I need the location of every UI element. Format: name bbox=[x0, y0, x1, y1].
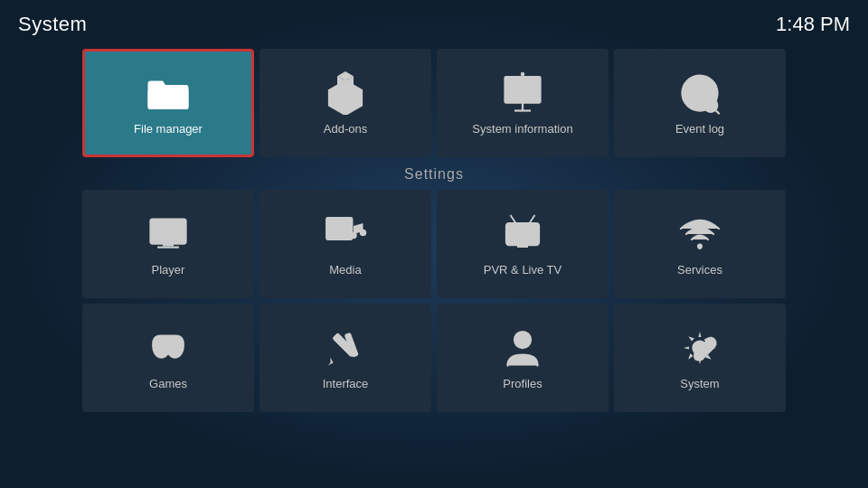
svg-rect-28 bbox=[517, 245, 528, 248]
system-icon bbox=[678, 326, 722, 370]
tile-services[interactable]: Services bbox=[614, 190, 786, 298]
tile-media[interactable]: Media bbox=[259, 190, 431, 298]
tile-pvr-live-tv[interactable]: PVR & Live TV bbox=[437, 190, 609, 298]
svg-point-40 bbox=[514, 332, 531, 348]
settings-row-2: Games Interface Profiles bbox=[0, 304, 868, 412]
tile-games[interactable]: Games bbox=[82, 304, 254, 412]
svg-point-8 bbox=[521, 71, 525, 76]
settings-row-1: Player Media bbox=[0, 190, 868, 298]
svg-point-34 bbox=[177, 345, 182, 350]
clock: 1:48 PM bbox=[776, 13, 850, 36]
tile-services-label: Services bbox=[677, 263, 722, 277]
tile-profiles[interactable]: Profiles bbox=[437, 304, 609, 412]
tile-add-ons[interactable]: Add-ons bbox=[259, 49, 431, 157]
tile-file-manager-label: File manager bbox=[134, 122, 203, 136]
tile-add-ons-label: Add-ons bbox=[324, 122, 367, 136]
svg-marker-38 bbox=[328, 357, 334, 365]
tile-system[interactable]: System bbox=[614, 304, 786, 412]
svg-rect-18 bbox=[157, 246, 179, 248]
games-icon bbox=[146, 326, 190, 370]
tile-player[interactable]: Player bbox=[82, 190, 254, 298]
svg-point-33 bbox=[173, 342, 177, 346]
svg-line-26 bbox=[511, 215, 516, 223]
event-log-icon bbox=[678, 71, 722, 115]
tile-system-label: System bbox=[680, 377, 719, 390]
profiles-icon bbox=[501, 326, 544, 370]
tile-interface-label: Interface bbox=[323, 377, 369, 390]
tile-event-log-label: Event log bbox=[675, 122, 724, 136]
svg-line-27 bbox=[530, 215, 535, 223]
svg-point-29 bbox=[521, 231, 525, 236]
svg-rect-4 bbox=[527, 82, 533, 99]
svg-point-21 bbox=[342, 221, 347, 227]
pvr-icon bbox=[501, 212, 544, 256]
page-title: System bbox=[18, 13, 87, 36]
tile-player-label: Player bbox=[152, 263, 185, 277]
tile-games-label: Games bbox=[149, 377, 187, 390]
svg-point-23 bbox=[360, 229, 367, 236]
services-icon bbox=[678, 212, 722, 256]
tile-event-log[interactable]: Event log bbox=[614, 49, 786, 157]
svg-line-13 bbox=[715, 109, 720, 114]
header: System 1:48 PM bbox=[0, 0, 868, 43]
svg-point-22 bbox=[350, 231, 357, 239]
tile-media-label: Media bbox=[329, 263, 361, 277]
settings-section-label: Settings bbox=[0, 166, 868, 183]
tile-file-manager[interactable]: File manager bbox=[82, 49, 254, 157]
tile-system-information-label: System information bbox=[472, 122, 572, 136]
folder-icon bbox=[146, 71, 190, 115]
svg-point-30 bbox=[697, 243, 703, 249]
svg-point-14 bbox=[707, 101, 715, 109]
interface-icon bbox=[324, 326, 367, 370]
tile-profiles-label: Profiles bbox=[503, 377, 542, 390]
page-container: System 1:48 PM File manager A bbox=[0, 0, 868, 488]
svg-rect-2 bbox=[511, 90, 516, 99]
top-row: File manager Add-ons bbox=[0, 49, 868, 157]
media-icon bbox=[324, 212, 367, 256]
svg-rect-0 bbox=[148, 89, 189, 109]
svg-rect-3 bbox=[519, 85, 524, 99]
svg-point-35 bbox=[173, 348, 177, 352]
system-info-icon bbox=[501, 71, 544, 115]
player-icon bbox=[146, 212, 190, 256]
svg-point-36 bbox=[169, 345, 174, 350]
tile-system-information[interactable]: System information bbox=[437, 49, 609, 157]
svg-rect-17 bbox=[163, 243, 174, 246]
tile-pvr-label: PVR & Live TV bbox=[484, 263, 561, 277]
svg-rect-32 bbox=[157, 345, 166, 349]
tile-interface[interactable]: Interface bbox=[259, 304, 431, 412]
addons-icon bbox=[324, 71, 367, 115]
